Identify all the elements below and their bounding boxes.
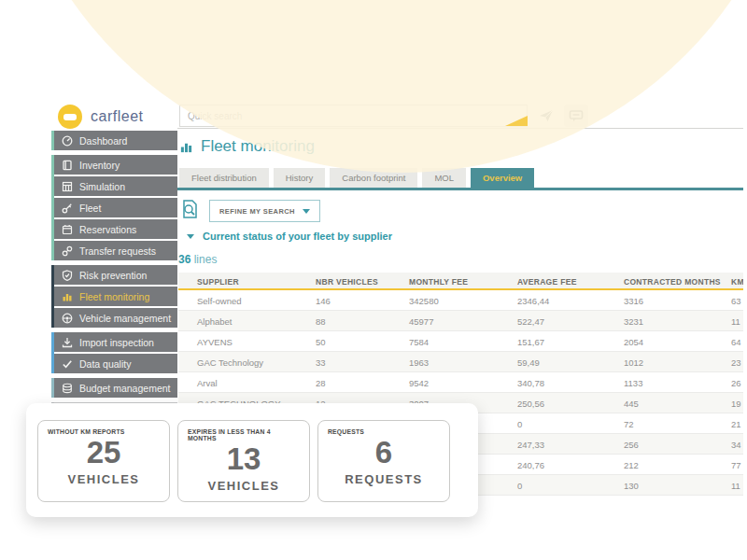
sidebar-item-transfer-requests[interactable]: Transfer requests bbox=[54, 241, 177, 260]
sidebar-item-vehicle-management[interactable]: Vehicle management bbox=[54, 308, 177, 328]
table-cell: 50 bbox=[316, 337, 326, 347]
table-cell: 28 bbox=[316, 378, 326, 388]
table-cell: 26 bbox=[731, 378, 741, 388]
table-row[interactable]: AYVENS507584151,67205464 bbox=[178, 331, 743, 352]
section-toggle[interactable]: Current status of your fleet by supplier bbox=[187, 231, 392, 242]
table-cell: 0 bbox=[517, 481, 522, 491]
table-cell: 88 bbox=[316, 316, 326, 327]
tab-underline bbox=[177, 188, 743, 190]
bar-chart-icon bbox=[62, 291, 73, 302]
table-cell: Alphabet bbox=[197, 316, 233, 327]
tab-overview[interactable]: Overview bbox=[471, 168, 534, 188]
table-cell: 7584 bbox=[409, 337, 429, 347]
tab-mol[interactable]: MOL bbox=[422, 168, 466, 188]
table-cell: 522,47 bbox=[517, 316, 544, 327]
table-cell: 247,33 bbox=[517, 440, 544, 450]
column-header[interactable]: MONTHLY FEE bbox=[409, 277, 468, 287]
sidebar-item-fleet[interactable]: Fleet bbox=[54, 198, 177, 217]
send-icon[interactable] bbox=[534, 105, 558, 127]
book-icon bbox=[62, 160, 73, 171]
table-cell: 256 bbox=[624, 440, 639, 450]
column-header[interactable]: SUPPLIER bbox=[197, 277, 239, 287]
sidebar-item-reservations[interactable]: Reservations bbox=[54, 219, 177, 239]
coins-icon bbox=[62, 383, 73, 394]
kpi-card-expires-soon[interactable]: EXPIRES IN LESS THAN 4 MONTHS 13 VEHICLE… bbox=[177, 420, 310, 502]
table-cell: 1133 bbox=[624, 378, 642, 388]
check-icon bbox=[62, 358, 73, 370]
refine-search-button[interactable]: REFINE MY SEARCH bbox=[209, 200, 320, 222]
table-cell: 9542 bbox=[409, 378, 429, 388]
sidebar-item-inventory[interactable]: Inventory bbox=[54, 155, 177, 175]
table-row[interactable]: GAC Technology33196359,49101223 bbox=[178, 352, 743, 372]
sidebar-item-risk-prevention[interactable]: Risk prevention bbox=[54, 265, 177, 285]
table-row[interactable]: Alphabet8845977522,47323111 bbox=[178, 311, 743, 331]
sidebar-item-budget-management[interactable]: Budget management bbox=[54, 378, 177, 398]
chevron-down-icon bbox=[303, 209, 310, 214]
table-row[interactable]: Self-owned1463425802346,44331663 bbox=[178, 290, 743, 311]
sidebar-item-import-inspection[interactable]: Import inspection bbox=[54, 332, 177, 352]
kpi-card-without-km-reports[interactable]: WITHOUT KM REPORTS 25 VEHICLES bbox=[37, 420, 170, 502]
column-header[interactable]: CONTRACTED MONTHS bbox=[624, 277, 721, 287]
kpi-card-requests[interactable]: REQUESTS 6 REQUESTS bbox=[317, 420, 450, 502]
tab-fleet-distribution[interactable]: Fleet distribution bbox=[179, 168, 269, 188]
column-header[interactable]: NBR VEHICLES bbox=[316, 277, 378, 287]
table-header: SUPPLIERNBR VEHICLESMONTHLY FEEAVERAGE F… bbox=[178, 273, 743, 290]
table-cell: 19 bbox=[731, 399, 741, 409]
gauge-icon bbox=[62, 135, 73, 147]
table-cell: 1963 bbox=[409, 357, 429, 368]
table-cell: 240,76 bbox=[517, 460, 544, 470]
kpi-overlay-panel: WITHOUT KM REPORTS 25 VEHICLES EXPIRES I… bbox=[26, 403, 478, 517]
table-cell: 1012 bbox=[624, 357, 643, 368]
table-cell: 445 bbox=[624, 399, 639, 409]
column-header[interactable]: KM bbox=[731, 277, 743, 287]
sidebar-item-fleet-monitoring[interactable]: Fleet monitoring bbox=[54, 287, 177, 306]
table-cell: Self-owned bbox=[197, 296, 242, 306]
table-cell: 0 bbox=[517, 419, 522, 429]
shield-icon bbox=[62, 270, 73, 281]
steering-wheel-icon bbox=[62, 313, 73, 324]
lines-count: 36 lines bbox=[178, 253, 217, 266]
table-cell: 21 bbox=[731, 419, 741, 429]
table-cell: 59,49 bbox=[517, 357, 540, 368]
corner-triangle-decoration bbox=[505, 116, 528, 126]
bar-chart-icon bbox=[179, 140, 193, 154]
table-cell: 130 bbox=[624, 481, 639, 491]
link-icon bbox=[62, 245, 73, 257]
brand-name: carfleet bbox=[91, 108, 143, 125]
sidebar-item-simulation[interactable]: Simulation bbox=[54, 176, 177, 196]
table-cell: 11 bbox=[731, 481, 740, 491]
table-row[interactable]: Arval289542340,78113326 bbox=[178, 372, 743, 393]
table-cell: 63 bbox=[731, 296, 741, 306]
chat-icon[interactable] bbox=[564, 105, 588, 127]
table-cell: AYVENS bbox=[197, 337, 233, 347]
calendar-icon bbox=[62, 224, 73, 235]
key-icon bbox=[62, 203, 73, 214]
table-cell: 2346,44 bbox=[517, 296, 549, 306]
document-search-icon[interactable] bbox=[180, 199, 200, 220]
table-cell: 64 bbox=[731, 337, 741, 347]
table-cell: 45977 bbox=[409, 316, 433, 327]
table-cell: Arval bbox=[197, 378, 218, 388]
sidebar-item-dashboard[interactable]: Dashboard bbox=[54, 131, 177, 150]
tab-carbon-footprint[interactable]: Carbon footprint bbox=[330, 168, 417, 188]
page-title: Fleet monitoring bbox=[179, 137, 315, 156]
topbar-divider bbox=[177, 128, 743, 129]
table-cell: 3316 bbox=[624, 296, 643, 306]
table-cell: 23 bbox=[731, 357, 741, 368]
table-cell: 151,67 bbox=[517, 337, 544, 347]
column-header[interactable]: AVERAGE FEE bbox=[517, 277, 577, 287]
table-cell: 11 bbox=[731, 316, 740, 327]
table-cell: 146 bbox=[316, 296, 331, 306]
table-cell: 3231 bbox=[624, 316, 643, 327]
brand-logo[interactable]: carfleet bbox=[58, 105, 143, 129]
car-logo-icon bbox=[58, 105, 82, 129]
tab-history[interactable]: History bbox=[274, 168, 326, 188]
table-cell: 342580 bbox=[409, 296, 439, 306]
calculator-icon bbox=[62, 181, 73, 192]
table-cell: 72 bbox=[624, 419, 634, 429]
table-cell: 34 bbox=[731, 440, 741, 450]
table-cell: 33 bbox=[316, 357, 326, 368]
table-cell: 212 bbox=[624, 460, 639, 470]
search-input[interactable] bbox=[179, 105, 528, 127]
sidebar-item-data-quality[interactable]: Budget management Data quality bbox=[54, 354, 177, 373]
